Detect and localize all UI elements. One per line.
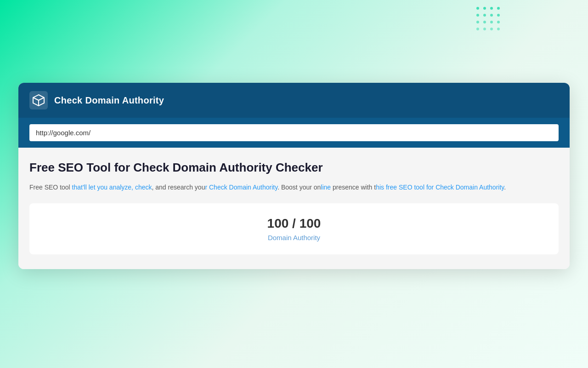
desc-link-4: his free SEO tool for Check Domain Autho… <box>376 184 504 191</box>
card-body: Free SEO Tool for Check Domain Authority… <box>18 148 570 269</box>
desc-link-1: that'll let you analyze, <box>72 184 135 191</box>
desc-normal-2: , and research you <box>152 184 205 191</box>
search-bar-wrapper <box>18 118 570 148</box>
result-label: Domain Authority <box>268 234 320 242</box>
svg-point-9 <box>483 21 486 23</box>
desc-link-2: r Check Domain Authority <box>205 184 277 191</box>
header-title: Check Domain Authority <box>54 95 164 106</box>
url-input[interactable] <box>29 124 559 141</box>
svg-point-0 <box>476 7 479 10</box>
svg-point-13 <box>483 28 486 30</box>
dot-grid-decoration <box>473 4 524 54</box>
desc-normal-4: presence with t <box>331 184 376 191</box>
svg-point-2 <box>490 7 493 10</box>
svg-point-7 <box>497 14 500 17</box>
svg-point-6 <box>490 14 493 17</box>
svg-point-3 <box>497 7 500 10</box>
section-description: Free SEO tool that'll let you analyze, c… <box>29 182 559 192</box>
svg-point-8 <box>476 21 479 23</box>
card-header: Check Domain Authority <box>18 83 570 118</box>
svg-point-11 <box>497 21 500 23</box>
svg-point-10 <box>490 21 493 23</box>
svg-point-1 <box>483 7 486 10</box>
box-icon <box>29 91 48 109</box>
desc-normal-5: . <box>504 184 506 191</box>
result-card: 100 / 100 Domain Authority <box>29 203 559 254</box>
desc-normal-3: . Boost your on <box>277 184 321 191</box>
svg-point-14 <box>490 28 493 30</box>
svg-point-5 <box>483 14 486 17</box>
svg-point-4 <box>476 14 479 17</box>
desc-link-check: check <box>135 184 152 191</box>
result-score: 100 / 100 <box>267 216 321 231</box>
desc-link-3: line <box>321 184 331 191</box>
svg-point-15 <box>497 28 500 30</box>
section-title: Free SEO Tool for Check Domain Authority… <box>29 161 559 175</box>
svg-point-12 <box>476 28 479 30</box>
desc-normal-1: Free SEO tool <box>29 184 72 191</box>
main-card: Check Domain Authority Free SEO Tool for… <box>18 83 570 269</box>
